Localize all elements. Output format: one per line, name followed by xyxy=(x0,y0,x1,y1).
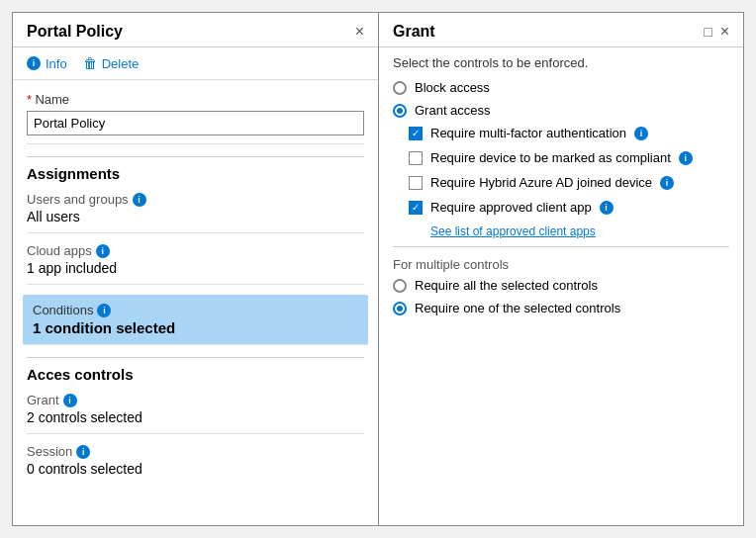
session-info-icon[interactable]: i xyxy=(76,445,90,459)
cloud-apps-info-icon[interactable]: i xyxy=(96,244,110,258)
compliant-option[interactable]: Require device to be marked as compliant… xyxy=(409,150,729,165)
right-panel-close-button[interactable]: × xyxy=(720,23,729,41)
session-value: 0 controls selected xyxy=(27,461,364,477)
compliant-info-icon[interactable]: i xyxy=(679,151,693,165)
conditions-value: 1 condition selected xyxy=(33,319,358,336)
right-panel: Grant □ × Select the controls to be enfo… xyxy=(379,13,743,525)
approved-app-option[interactable]: Require approved client app i xyxy=(409,200,729,215)
require-one-label: Require one of the selected controls xyxy=(415,301,620,315)
assignment-users[interactable]: Users and groups i All users xyxy=(27,192,364,233)
info-label: Info xyxy=(46,56,67,71)
approved-app-checkbox[interactable] xyxy=(409,201,423,215)
mfa-option[interactable]: Require multi-factor authentication i xyxy=(409,126,729,140)
multiple-controls-divider xyxy=(393,246,729,247)
delete-label: Delete xyxy=(102,56,140,71)
approved-client-apps-link[interactable]: See list of approved client apps xyxy=(430,224,729,238)
delete-icon: 🗑 xyxy=(83,55,97,71)
grant-info-icon[interactable]: i xyxy=(63,394,77,407)
assignment-session[interactable]: Session i 0 controls selected xyxy=(27,444,364,485)
compliant-checkbox[interactable] xyxy=(409,151,423,165)
grant-access-label: Grant access xyxy=(415,103,491,118)
app-container: Portal Policy × i Info 🗑 Delete * Name xyxy=(12,12,744,526)
right-panel-controls: □ × xyxy=(704,23,729,41)
hybrid-ad-info-icon[interactable]: i xyxy=(660,176,674,190)
left-toolbar: i Info 🗑 Delete xyxy=(13,47,378,80)
name-field-label: * Name xyxy=(27,92,364,107)
assignment-conditions[interactable]: Conditions i 1 condition selected xyxy=(23,295,368,345)
hybrid-ad-label: Require Hybrid Azure AD joined device xyxy=(430,175,652,190)
assignments-title: Assignments xyxy=(27,165,364,182)
info-toolbar-icon: i xyxy=(27,56,41,70)
grant-value: 2 controls selected xyxy=(27,409,364,425)
left-panel-close-button[interactable]: × xyxy=(355,23,364,41)
grant-subtitle: Select the controls to be enforced. xyxy=(379,47,743,76)
users-value: All users xyxy=(27,209,364,224)
require-one-option[interactable]: Require one of the selected controls xyxy=(393,301,729,315)
access-controls-title: Acces controls xyxy=(27,366,364,383)
mfa-checkbox[interactable] xyxy=(409,127,423,140)
access-controls-divider xyxy=(27,357,364,358)
require-all-label: Require all the selected controls xyxy=(415,278,598,293)
assignments-divider xyxy=(27,156,364,157)
require-one-radio[interactable] xyxy=(393,302,407,315)
name-input[interactable] xyxy=(27,111,364,135)
hybrid-ad-option[interactable]: Require Hybrid Azure AD joined device i xyxy=(409,175,729,190)
grant-access-option[interactable]: Grant access xyxy=(393,103,729,118)
grant-content: Block access Grant access Require multi-… xyxy=(379,76,743,525)
right-panel-title: Grant xyxy=(393,23,435,41)
hybrid-ad-checkbox[interactable] xyxy=(409,176,423,190)
approved-app-label: Require approved client app xyxy=(430,200,592,215)
info-button[interactable]: i Info xyxy=(27,56,67,71)
delete-button[interactable]: 🗑 Delete xyxy=(83,55,140,71)
approved-app-info-icon[interactable]: i xyxy=(600,201,614,215)
compliant-label: Require device to be marked as compliant xyxy=(430,150,671,165)
assignment-grant[interactable]: Grant i 2 controls selected xyxy=(27,393,364,434)
cloud-apps-value: 1 app included xyxy=(27,260,364,276)
right-panel-header: Grant □ × xyxy=(379,13,743,47)
for-multiple-label: For multiple controls xyxy=(393,257,729,272)
maximize-button[interactable]: □ xyxy=(704,24,711,40)
block-access-option[interactable]: Block access xyxy=(393,80,729,95)
left-panel-header: Portal Policy × xyxy=(13,13,378,47)
grant-checkboxes: Require multi-factor authentication i Re… xyxy=(409,126,729,238)
require-all-option[interactable]: Require all the selected controls xyxy=(393,278,729,293)
left-panel: Portal Policy × i Info 🗑 Delete * Name xyxy=(13,13,379,525)
block-access-label: Block access xyxy=(415,80,490,95)
grant-access-radio[interactable] xyxy=(393,104,407,118)
block-access-radio[interactable] xyxy=(393,81,407,95)
assignment-cloud-apps[interactable]: Cloud apps i 1 app included xyxy=(27,243,364,285)
conditions-info-icon[interactable]: i xyxy=(97,304,111,317)
require-all-radio[interactable] xyxy=(393,279,407,293)
left-panel-content: * Name Assignments Users and groups i Al… xyxy=(13,80,378,525)
name-field-group: * Name xyxy=(27,92,364,144)
mfa-info-icon[interactable]: i xyxy=(634,127,648,140)
users-info-icon[interactable]: i xyxy=(133,193,146,207)
mfa-label: Require multi-factor authentication xyxy=(430,126,626,140)
left-panel-title: Portal Policy xyxy=(27,23,123,41)
